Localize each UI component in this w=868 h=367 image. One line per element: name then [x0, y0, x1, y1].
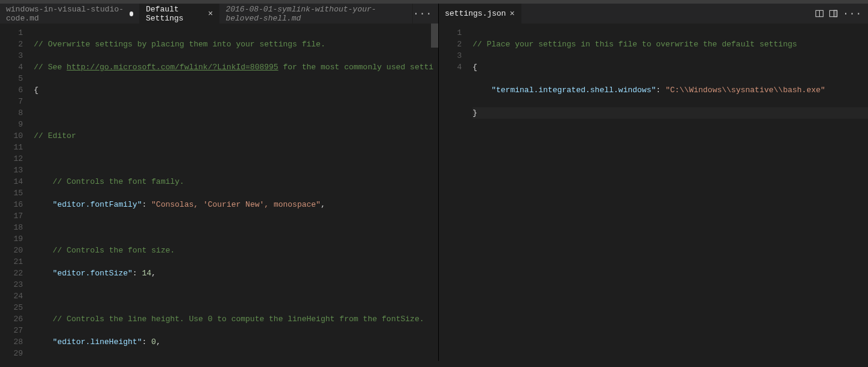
code-text: // See — [34, 63, 67, 72]
code-text: // Controls the line height. Use 0 to co… — [34, 315, 424, 324]
line-number: 4 — [439, 61, 473, 73]
line-number: 3 — [0, 50, 34, 61]
tab-label: settings.json — [445, 9, 506, 18]
code-text: // Controls the font family. — [34, 177, 184, 186]
line-number: 10 — [0, 130, 34, 142]
code-text: "editor.fontSize" — [52, 269, 133, 278]
dirty-indicator-icon — [130, 11, 133, 16]
tab-symlink-shell[interactable]: 2016-08-01-symlink-without-your-beloved-… — [219, 4, 413, 24]
code-text: "editor.fontFamily" — [52, 200, 142, 209]
line-number: 29 — [0, 348, 34, 359]
code-text: "terminal.integrated.shell.windows" — [491, 86, 656, 95]
code-text: , — [156, 337, 161, 347]
tab-settings-json[interactable]: settings.json × — [439, 4, 521, 24]
line-number: 27 — [0, 325, 34, 336]
scrollbar[interactable] — [431, 24, 438, 361]
line-number: 16 — [0, 199, 34, 210]
close-icon[interactable]: × — [208, 9, 213, 19]
toggle-layout-icon[interactable] — [829, 9, 838, 18]
line-number: 18 — [0, 222, 34, 233]
more-actions-icon[interactable]: ··· — [413, 8, 432, 19]
line-number: 17 — [0, 210, 34, 222]
code-text: // Editor — [34, 131, 76, 140]
tab-default-settings[interactable]: Default Settings × — [140, 4, 219, 24]
split-editor-icon[interactable] — [815, 9, 824, 18]
right-code[interactable]: // Place your settings in this file to o… — [473, 24, 868, 361]
code-text: : — [656, 86, 665, 95]
line-number: 8 — [0, 107, 34, 119]
line-number: 26 — [0, 313, 34, 325]
right-gutter: 1 2 3 4 — [439, 24, 473, 361]
line-number: 24 — [0, 290, 34, 302]
line-number: 28 — [0, 336, 34, 348]
line-number: 11 — [0, 142, 34, 153]
line-number: 1 — [0, 27, 34, 39]
code-text: // Place your settings in this file to o… — [473, 40, 797, 49]
line-number: 22 — [0, 268, 34, 279]
code-text: "editor.lineHeight" — [52, 337, 142, 347]
left-tabs-row: windows-in-visual-studio-code.md Default… — [0, 4, 438, 24]
line-number: 13 — [0, 165, 34, 176]
line-number: 3 — [439, 50, 473, 61]
left-tab-actions: ··· — [413, 8, 438, 19]
line-number: 6 — [0, 84, 34, 96]
code-text: : — [142, 337, 151, 347]
left-gutter: 1 2 3 4 5 6 7 8 9 10 11 12 13 14 15 16 1… — [0, 24, 34, 361]
docs-link[interactable]: http://go.microsoft.com/fwlink/?LinkId=8… — [67, 63, 278, 72]
code-text: : — [142, 200, 151, 209]
code-text: "Consolas, 'Courier New', monospace" — [151, 200, 321, 209]
line-number: 2 — [439, 39, 473, 50]
line-number: 12 — [0, 153, 34, 165]
line-number: 23 — [0, 279, 34, 290]
editor-split: windows-in-visual-studio-code.md Default… — [0, 4, 868, 361]
line-number: 9 — [0, 119, 34, 130]
line-number: 15 — [0, 187, 34, 199]
more-actions-icon[interactable]: ··· — [843, 8, 862, 19]
code-text: { — [473, 63, 477, 72]
line-number: 21 — [0, 256, 34, 268]
code-text: } — [473, 108, 477, 118]
right-tabs-row: settings.json × ··· — [439, 4, 868, 24]
tab-windows-in-visual-studio-code[interactable]: windows-in-visual-studio-code.md — [0, 4, 140, 24]
line-number: 1 — [439, 27, 473, 39]
right-tab-actions: ··· — [815, 8, 868, 19]
status-bar — [0, 361, 868, 367]
tab-label: Default Settings — [146, 5, 204, 23]
right-editor[interactable]: 1 2 3 4 // Place your settings in this f… — [439, 24, 868, 361]
tab-label: 2016-08-01-symlink-without-your-beloved-… — [225, 5, 406, 23]
line-number: 2 — [0, 39, 34, 50]
code-text: // Overwrite settings by placing them in… — [34, 40, 326, 49]
code-text: { — [34, 86, 39, 95]
left-code[interactable]: // Overwrite settings by placing them in… — [34, 24, 438, 361]
right-editor-pane: settings.json × ··· 1 2 3 4 // Place you… — [439, 4, 868, 361]
line-number: 25 — [0, 302, 34, 313]
code-text: , — [321, 200, 326, 209]
close-icon[interactable]: × — [509, 9, 514, 19]
code-text: 0 — [151, 337, 156, 347]
line-number: 14 — [0, 176, 34, 187]
line-number: 7 — [0, 96, 34, 107]
svg-rect-3 — [834, 10, 837, 16]
tab-label: windows-in-visual-studio-code.md — [6, 5, 126, 23]
code-text: : — [133, 269, 142, 278]
code-text: 14 — [142, 269, 151, 278]
line-number: 20 — [0, 245, 34, 256]
line-number: 4 — [0, 61, 34, 73]
line-number: 5 — [0, 73, 34, 84]
code-text: "C:\\Windows\\sysnative\\bash.exe" — [665, 86, 825, 95]
code-text: for the most commonly used setti — [278, 63, 433, 72]
line-number: 19 — [0, 233, 34, 245]
left-editor[interactable]: 1 2 3 4 5 6 7 8 9 10 11 12 13 14 15 16 1… — [0, 24, 438, 361]
code-text: , — [151, 269, 156, 278]
code-text: // Controls the font size. — [34, 246, 175, 255]
left-editor-pane: windows-in-visual-studio-code.md Default… — [0, 4, 439, 361]
